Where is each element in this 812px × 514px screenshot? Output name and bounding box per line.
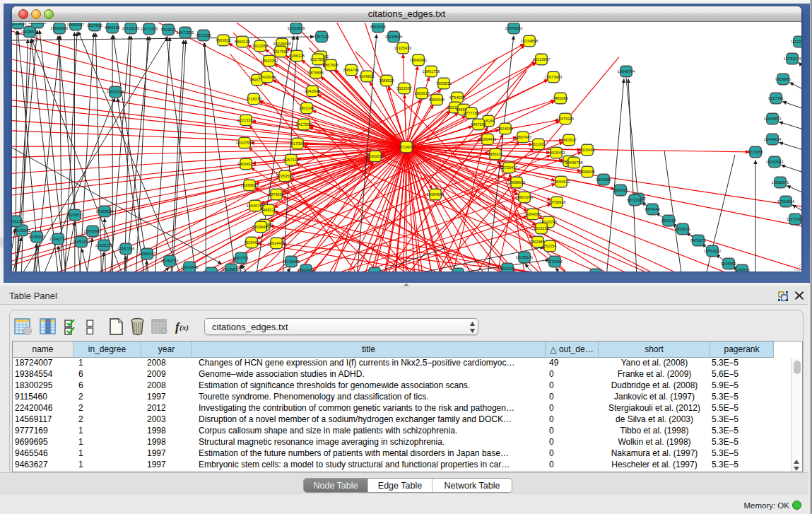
svg-text:9245652: 9245652 [721, 262, 736, 266]
svg-text:10923448: 10923448 [181, 265, 199, 269]
svg-text:10543362: 10543362 [261, 59, 278, 63]
svg-text:16648784: 16648784 [618, 69, 635, 74]
svg-text:9115460: 9115460 [579, 148, 594, 152]
svg-text:10823456: 10823456 [298, 268, 315, 271]
svg-text:2718176: 2718176 [246, 97, 261, 101]
svg-text:9227341: 9227341 [768, 96, 784, 100]
svg-text:10719185: 10719185 [122, 26, 140, 30]
svg-text:15720407: 15720407 [500, 165, 518, 170]
svg-text:9327508: 9327508 [310, 57, 326, 62]
svg-text:8471676: 8471676 [690, 238, 706, 243]
svg-text:1733426: 1733426 [547, 259, 563, 264]
svg-text:10961758: 10961758 [423, 69, 440, 74]
svg-text:20691406: 20691406 [51, 26, 69, 30]
svg-text:8215955: 8215955 [748, 150, 763, 154]
svg-text:20876820: 20876820 [505, 26, 523, 30]
svg-text:3267110: 3267110 [283, 158, 298, 162]
svg-text:11675309: 11675309 [787, 217, 801, 221]
svg-text:7515526: 7515526 [196, 33, 211, 37]
svg-text:18807249: 18807249 [516, 195, 534, 199]
svg-text:5901234: 5901234 [12, 219, 23, 223]
svg-text:11156819: 11156819 [28, 235, 45, 239]
svg-text:(x): (x) [180, 323, 189, 332]
svg-text:7986322: 7986322 [488, 152, 503, 156]
svg-text:6466160: 6466160 [105, 25, 120, 30]
svg-text:15692971: 15692971 [772, 180, 789, 185]
svg-text:16782759: 16782759 [161, 259, 179, 263]
svg-text:20053346: 20053346 [107, 90, 124, 94]
svg-text:8990448: 8990448 [429, 98, 445, 102]
svg-text:1362615: 1362615 [414, 91, 430, 95]
svg-text:7515526: 7515526 [160, 28, 176, 32]
svg-text:6497568: 6497568 [471, 122, 486, 127]
svg-text:12213967: 12213967 [533, 57, 551, 62]
svg-text:9329966: 9329966 [775, 77, 791, 81]
svg-text:19654925: 19654925 [237, 162, 255, 166]
svg-text:3624554: 3624554 [498, 127, 513, 131]
svg-text:9699695: 9699695 [579, 170, 595, 174]
svg-text:14136141: 14136141 [516, 255, 534, 259]
svg-text:15226058: 15226058 [273, 42, 291, 46]
svg-text:9777169: 9777169 [464, 111, 479, 115]
svg-text:10958107: 10958107 [139, 252, 156, 256]
svg-text:18724007: 18724007 [398, 145, 416, 149]
svg-text:10807487: 10807487 [514, 135, 532, 139]
svg-text:6872001: 6872001 [627, 198, 642, 202]
svg-text:11451194: 11451194 [73, 240, 90, 244]
svg-text:9015340: 9015340 [500, 267, 515, 271]
svg-text:8660124: 8660124 [235, 40, 250, 44]
svg-text:12444154: 12444154 [764, 137, 782, 141]
svg-text:7485063: 7485063 [553, 96, 568, 100]
svg-text:10653267: 10653267 [67, 23, 85, 27]
svg-text:11325419: 11325419 [394, 46, 411, 50]
svg-text:16210643: 16210643 [766, 160, 784, 164]
svg-text:19166829: 19166829 [241, 183, 259, 187]
svg-text:1615132: 1615132 [534, 226, 549, 230]
svg-text:16154808: 16154808 [521, 39, 539, 43]
svg-text:252254: 252254 [543, 244, 557, 248]
svg-text:15751074: 15751074 [784, 57, 801, 61]
svg-text:3912954: 3912954 [252, 44, 268, 48]
svg-text:12942737: 12942737 [49, 237, 67, 241]
svg-text:15495758: 15495758 [565, 160, 583, 165]
svg-text:62160: 62160 [533, 142, 544, 146]
svg-text:9463627: 9463627 [561, 138, 577, 142]
svg-text:9474444: 9474444 [645, 207, 660, 211]
svg-text:14035572: 14035572 [21, 30, 39, 34]
svg-text:5938923: 5938923 [613, 188, 628, 192]
svg-text:3875685: 3875685 [308, 71, 324, 75]
svg-text:10239876: 10239876 [223, 267, 240, 271]
svg-text:20364436: 20364436 [479, 137, 497, 141]
svg-text:12353594: 12353594 [276, 174, 294, 178]
svg-text:10107554: 10107554 [236, 141, 254, 145]
svg-text:8813054: 8813054 [370, 25, 386, 29]
svg-text:18640941: 18640941 [410, 58, 428, 62]
svg-text:14099489: 14099489 [252, 225, 270, 229]
svg-text:16033809: 16033809 [12, 23, 26, 25]
svg-text:20975867: 20975867 [84, 229, 102, 233]
svg-text:8186328: 8186328 [289, 54, 305, 58]
svg-text:19654923: 19654923 [553, 180, 570, 184]
svg-text:5322037: 5322037 [396, 86, 412, 90]
svg-text:12975115: 12975115 [557, 117, 574, 121]
svg-text:1640954: 1640954 [596, 177, 611, 182]
svg-text:5878354: 5878354 [269, 192, 284, 197]
svg-text:22420046: 22420046 [259, 75, 276, 79]
svg-text:9132450: 9132450 [204, 271, 219, 271]
svg-text:25302033: 25302033 [367, 154, 384, 158]
svg-text:9245652: 9245652 [734, 268, 750, 271]
svg-text:19218506: 19218506 [385, 35, 403, 39]
svg-text:7625402: 7625402 [244, 240, 259, 245]
svg-text:9084067: 9084067 [525, 212, 541, 216]
svg-text:10671355: 10671355 [177, 30, 194, 35]
svg-text:9146821: 9146821 [359, 74, 375, 78]
svg-text:2803144: 2803144 [299, 106, 314, 110]
svg-text:12905135: 12905135 [95, 243, 113, 247]
svg-text:10025453: 10025453 [548, 151, 565, 155]
svg-text:10671355: 10671355 [141, 27, 158, 31]
svg-text:7663822: 7663822 [216, 38, 231, 42]
svg-text:7357224: 7357224 [314, 35, 329, 39]
svg-text:16914479: 16914479 [268, 241, 286, 245]
svg-text:8427552: 8427552 [296, 122, 312, 127]
svg-text:7932621: 7932621 [675, 227, 690, 231]
